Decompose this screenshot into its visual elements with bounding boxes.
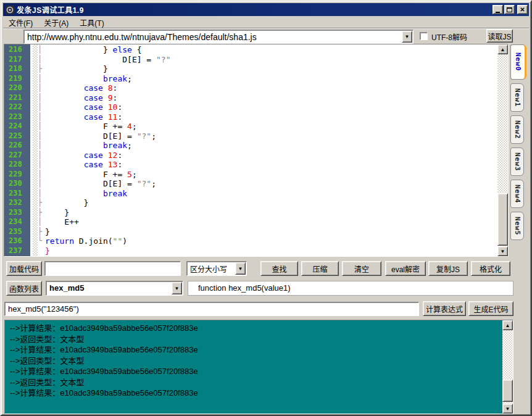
fold-marker: │ <box>31 55 45 65</box>
maximize-button[interactable] <box>504 5 515 14</box>
output-line: -->计算结果：e10adc3949ba59abbe56e057f20f883e <box>10 323 502 334</box>
tab-new2[interactable]: New2 <box>510 115 524 144</box>
output-scroll-thumb[interactable] <box>502 380 513 402</box>
load-js-button[interactable]: 读取JS <box>486 29 513 43</box>
expression-input[interactable] <box>4 302 419 316</box>
eval-decrypt-button[interactable]: eval解密 <box>385 261 426 276</box>
format-button[interactable]: 格式化 <box>471 261 510 276</box>
menu-divider <box>3 28 529 29</box>
code-line: 234│ E++ <box>4 217 497 227</box>
line-number: 224 <box>4 122 31 131</box>
search-input[interactable] <box>44 261 181 276</box>
code-text: return D.join("") <box>45 236 127 246</box>
line-number: 231 <box>4 189 31 199</box>
line-number: 227 <box>4 151 31 160</box>
function-select[interactable]: hex_md5 ▼ <box>46 281 183 296</box>
line-number: 226 <box>4 141 31 151</box>
url-dropdown-button[interactable]: ▼ <box>402 31 412 43</box>
code-line: 227│ case 12: <box>4 151 497 160</box>
fold-marker <box>31 246 45 256</box>
line-number: 216 <box>4 45 31 55</box>
evaluate-expression-button[interactable]: 计算表达式 <box>423 301 466 316</box>
case-sensitivity-select[interactable]: 区分大小写 ▼ <box>186 261 247 276</box>
fold-marker: │ <box>31 131 45 141</box>
code-text: D[E] = "?"; <box>45 179 156 189</box>
utf8-decode-label: UTF-8解码 <box>431 31 467 42</box>
code-text: break; <box>45 141 132 151</box>
fold-marker: │ <box>31 160 45 170</box>
tab-new5[interactable]: New5 <box>510 212 524 240</box>
code-line: 235├} <box>4 227 497 237</box>
output-line: -->计算结果：e10adc3949ba59abbe56e057f20f883e <box>10 366 502 377</box>
fold-marker: │ <box>31 102 45 112</box>
code-line: 222│ case 10: <box>4 102 497 112</box>
code-text: } <box>45 208 69 218</box>
code-text: } else { <box>45 45 142 55</box>
minimize-button[interactable] <box>493 5 503 14</box>
compress-button[interactable]: 压缩 <box>301 261 339 276</box>
app-window: 发条JS调试工具1.9 ✕ 文件(F)关于(A)工具(T) ▼ UTF-8解码 … <box>0 0 532 416</box>
output-line: -->返回类型：文本型 <box>10 356 502 367</box>
clear-button[interactable]: 清空 <box>342 261 381 276</box>
code-text: D[E] = "?" <box>45 55 171 65</box>
fold-marker: │ <box>31 141 45 151</box>
selected-function: hex_md5 <box>49 283 84 293</box>
menu-item-tools[interactable]: 工具(T) <box>74 16 109 29</box>
maximize-icon <box>507 7 512 12</box>
editor-scroll-thumb[interactable] <box>497 193 508 246</box>
chevron-down-icon: ▼ <box>405 34 410 40</box>
code-line: 221│ case 9: <box>4 93 497 103</box>
line-number: 232 <box>4 198 31 208</box>
scroll-down-icon: ▼ <box>505 406 510 412</box>
document-tabs: New0New1New2New3New4New5 <box>510 44 531 244</box>
tab-new1[interactable]: New1 <box>510 83 524 112</box>
scroll-up-button[interactable]: ▲ <box>497 44 508 54</box>
find-button[interactable]: 查找 <box>260 261 298 276</box>
editor-vertical-scrollbar[interactable]: ▲ ▼ <box>497 44 508 256</box>
tab-new3[interactable]: New3 <box>510 148 524 176</box>
scroll-up-icon: ▲ <box>501 47 505 52</box>
code-editor[interactable]: 216│ } else {217│ D[E] = "?"218├ }219│ b… <box>4 44 509 257</box>
code-text: F += 4; <box>45 122 137 131</box>
url-input[interactable] <box>25 31 401 43</box>
code-line: 225│ D[E] = "?"; <box>4 131 497 141</box>
code-text: } <box>45 246 50 256</box>
menu-item-file[interactable]: 文件(F) <box>3 16 38 29</box>
close-icon: ✕ <box>520 7 525 13</box>
scroll-down-button[interactable]: ▼ <box>497 246 508 256</box>
line-number: 220 <box>4 83 31 93</box>
code-line: 237} <box>4 246 497 256</box>
tab-new0[interactable]: New0 <box>510 44 526 80</box>
code-line: 219│ break; <box>4 74 497 84</box>
fold-marker: ├ <box>31 208 45 218</box>
line-number: 217 <box>4 55 31 65</box>
scroll-up-button[interactable]: ▲ <box>502 320 513 330</box>
utf8-decode-checkbox[interactable] <box>420 32 428 40</box>
code-line: 223│ case 11: <box>4 112 497 122</box>
fold-marker: │ <box>31 112 45 122</box>
line-number: 235 <box>4 227 31 237</box>
line-number: 233 <box>4 208 31 218</box>
output-vertical-scrollbar[interactable]: ▲ ▼ <box>502 320 513 414</box>
menu-item-about[interactable]: 关于(A) <box>38 16 74 29</box>
chevron-down-icon: ▼ <box>175 286 180 291</box>
close-button[interactable]: ✕ <box>517 5 528 14</box>
code-text: } <box>45 198 88 208</box>
case-dropdown-button[interactable]: ▼ <box>235 262 246 275</box>
scroll-down-button[interactable]: ▼ <box>502 404 513 414</box>
output-panel: -->计算结果：e10adc3949ba59abbe56e057f20f883e… <box>4 320 513 414</box>
generate-e-code-button[interactable]: 生成E代码 <box>468 301 513 316</box>
fold-marker: │ <box>31 83 45 93</box>
code-line: 228│ case 13: <box>4 160 497 170</box>
function-dropdown-button[interactable]: ▼ <box>172 282 182 294</box>
code-text: } <box>45 227 50 237</box>
code-text: E++ <box>45 217 79 227</box>
output-line: -->计算结果：e10adc3949ba59abbe56e057f20f883e <box>10 344 502 356</box>
code-line: 233├ } <box>4 208 497 218</box>
code-line: 230│ D[E] = "?"; <box>4 179 497 189</box>
copy-js-button[interactable]: 复制JS <box>428 261 468 276</box>
function-list-button[interactable]: 函数列表 <box>6 281 42 296</box>
tab-new4[interactable]: New4 <box>510 180 524 208</box>
load-code-button[interactable]: 加载代码 <box>6 261 42 276</box>
line-number: 230 <box>4 179 31 189</box>
